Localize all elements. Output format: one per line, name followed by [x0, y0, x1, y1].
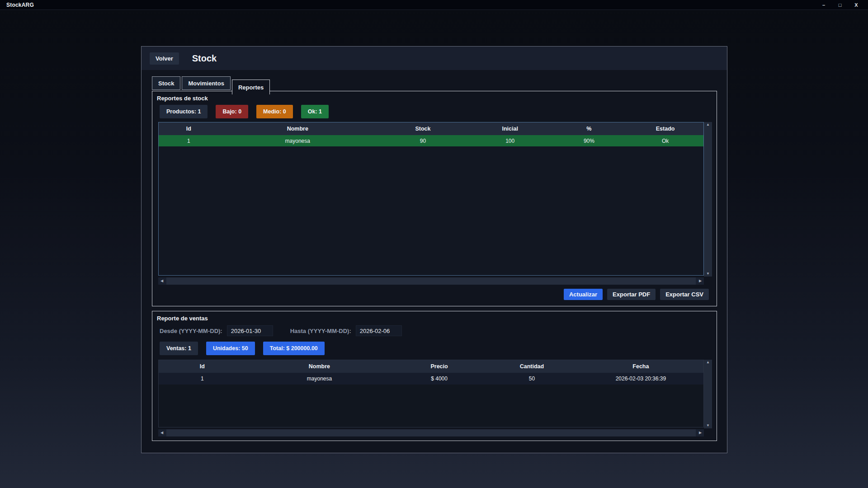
stock-report-title: Reportes de stock [157, 95, 717, 102]
badge-total: Total: $ 200000.00 [263, 342, 325, 355]
stock-table-hscrollbar[interactable]: ◀ ▶ [158, 277, 704, 285]
sales-report-title: Reporte de ventas [157, 315, 717, 322]
stock-report-section: Reportes de stock Productos: 1 Bajo: 0 M… [152, 91, 717, 306]
badge-ok: Ok: 1 [301, 105, 329, 118]
col-id[interactable]: Id [159, 126, 219, 132]
exportar-csv-button[interactable]: Exportar CSV [660, 289, 709, 300]
sales-table-hscrollbar[interactable]: ◀ ▶ [158, 429, 704, 436]
scroll-left-icon[interactable]: ◀ [158, 431, 165, 435]
actualizar-button[interactable]: Actualizar [564, 289, 603, 300]
page-title: Stock [192, 53, 217, 64]
badge-ventas: Ventas: 1 [160, 342, 198, 355]
window-controls: – □ X [817, 0, 868, 9]
minimize-icon[interactable]: – [817, 0, 830, 9]
col-nombre[interactable]: Nombre [219, 126, 377, 132]
maximize-icon[interactable]: □ [834, 0, 846, 9]
col-estado[interactable]: Estado [627, 126, 703, 132]
scroll-left-icon[interactable]: ◀ [158, 279, 165, 283]
scroll-down-icon[interactable]: ▼ [704, 272, 712, 276]
col-cantidad[interactable]: Cantidad [486, 363, 578, 370]
cell-nombre: mayonesa [246, 375, 393, 382]
col-precio[interactable]: Precio [393, 363, 486, 370]
cell-cantidad: 50 [486, 375, 578, 382]
tab-reportes[interactable]: Reportes [232, 80, 270, 94]
cell-nombre: mayonesa [219, 138, 377, 144]
cell-fecha: 2026-02-03 20:36:39 [578, 375, 703, 382]
sales-filters: Desde (YYYY-MM-DD): Hasta (YYYY-MM-DD): [160, 325, 717, 336]
scroll-right-icon[interactable]: ▶ [697, 279, 704, 283]
cell-percent: 90% [551, 138, 627, 144]
tab-stock[interactable]: Stock [152, 76, 180, 90]
hasta-input[interactable] [356, 325, 402, 336]
tab-bar: Stock Movimientos Reportes [152, 76, 727, 91]
cell-stock: 90 [377, 138, 469, 144]
stock-table: Id Nombre Stock Inicial % Estado 1 mayon… [158, 122, 704, 276]
cell-estado: Ok [627, 138, 703, 144]
sales-table-vscrollbar[interactable]: ▲ ▼ [704, 360, 712, 428]
main-panel: Volver Stock Stock Movimientos Reportes … [141, 46, 727, 453]
badge-medio: Medio: 0 [256, 105, 293, 118]
hasta-label: Hasta (YYYY-MM-DD): [290, 328, 351, 334]
badge-unidades: Unidades: 50 [206, 342, 255, 355]
col-percent[interactable]: % [551, 126, 627, 132]
scroll-up-icon[interactable]: ▲ [704, 361, 712, 364]
stock-table-wrap: Id Nombre Stock Inicial % Estado 1 mayon… [158, 122, 717, 277]
panel-header: Volver Stock [142, 47, 727, 70]
scroll-down-icon[interactable]: ▼ [704, 424, 712, 427]
table-row[interactable]: 1 mayonesa 90 100 90% Ok [159, 135, 703, 146]
stock-table-header: Id Nombre Stock Inicial % Estado [159, 122, 703, 135]
cell-precio: $ 4000 [393, 375, 486, 382]
sales-table-header: Id Nombre Precio Cantidad Fecha [159, 360, 703, 373]
cell-id: 1 [159, 138, 219, 144]
title-bar: StockARG – □ X [0, 0, 868, 10]
hscroll-thumb[interactable] [166, 277, 696, 285]
col-id[interactable]: Id [159, 363, 246, 370]
stock-table-vscrollbar[interactable]: ▲ ▼ [704, 122, 712, 277]
badge-productos: Productos: 1 [160, 105, 208, 118]
scroll-right-icon[interactable]: ▶ [697, 431, 704, 435]
col-stock[interactable]: Stock [377, 126, 469, 132]
desde-input[interactable] [227, 325, 273, 336]
sales-table: Id Nombre Precio Cantidad Fecha 1 mayone… [158, 360, 704, 427]
table-row[interactable]: 1 mayonesa $ 4000 50 2026-02-03 20:36:39 [159, 373, 703, 385]
col-inicial[interactable]: Inicial [469, 126, 551, 132]
badge-bajo: Bajo: 0 [216, 105, 248, 118]
close-icon[interactable]: X [850, 0, 863, 9]
volver-button[interactable]: Volver [150, 52, 179, 65]
desde-label: Desde (YYYY-MM-DD): [160, 328, 222, 334]
sales-report-section: Reporte de ventas Desde (YYYY-MM-DD): Ha… [152, 311, 717, 441]
sales-report-badges: Ventas: 1 Unidades: 50 Total: $ 200000.0… [160, 342, 717, 355]
stock-report-badges: Productos: 1 Bajo: 0 Medio: 0 Ok: 1 [160, 105, 717, 118]
tab-movimientos[interactable]: Movimientos [182, 76, 230, 90]
cell-inicial: 100 [469, 138, 551, 144]
window-title: StockARG [0, 2, 34, 8]
hscroll-thumb[interactable] [166, 429, 696, 436]
col-nombre[interactable]: Nombre [246, 363, 393, 370]
col-fecha[interactable]: Fecha [578, 363, 703, 370]
stock-report-actions: Actualizar Exportar PDF Exportar CSV [152, 289, 709, 300]
exportar-pdf-button[interactable]: Exportar PDF [607, 289, 656, 300]
cell-id: 1 [159, 375, 246, 382]
sales-table-wrap: Id Nombre Precio Cantidad Fecha 1 mayone… [158, 360, 717, 428]
scroll-up-icon[interactable]: ▲ [704, 123, 712, 127]
